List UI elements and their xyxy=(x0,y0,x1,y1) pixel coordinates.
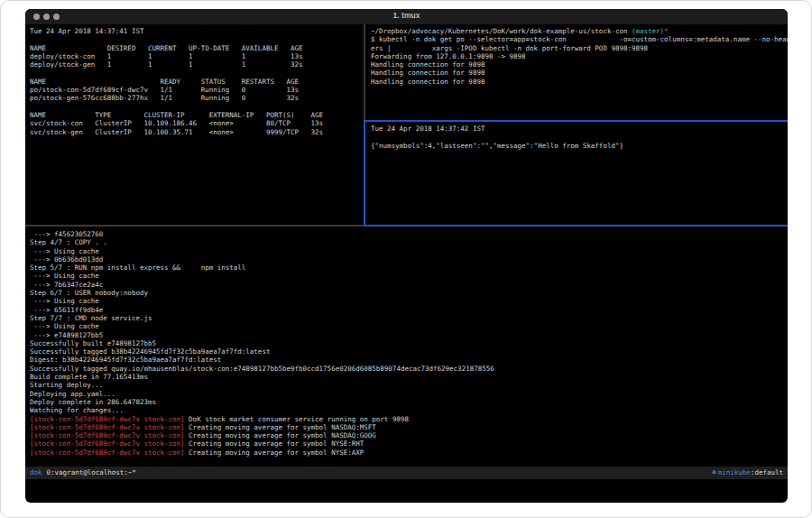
pane-divider-vertical-top[interactable] xyxy=(364,24,365,120)
kube-context-name: minikube xyxy=(718,467,751,479)
terminal-line: Handling connection for 9898 xyxy=(371,69,788,77)
terminal-line: NAME TYPE CLUSTER-IP EXTERNAL-IP PORT(S)… xyxy=(30,111,368,119)
terminal-line: Build complete in 77.165413ms xyxy=(30,373,788,381)
status-bar-right: ☸ minikube :default xyxy=(712,467,783,479)
terminal-line: [stock-con-5d7df689cf-dwc7v stock-con] C… xyxy=(30,431,788,439)
terminal-line: ---> Using cache xyxy=(30,322,788,330)
terminal-line: ~/Dropbox/advocacy/Kubernetes/DoK/work/d… xyxy=(371,27,788,35)
pane-skaffold-log[interactable]: ---> f45623052760Step 4/7 : COPY . . ---… xyxy=(25,227,788,469)
pane-divider-horizontal-right[interactable] xyxy=(365,120,788,122)
terminal-line: ---> e74898127bb5 xyxy=(30,331,788,339)
tmux-status-bar: dok 0:vagrant@localhost:~* ☸ minikube :d… xyxy=(25,467,788,479)
terminal-line: Handling connection for 9898 xyxy=(371,78,788,86)
window-title: 1. tmux xyxy=(25,11,788,20)
terminal-line: Step 7/7 : CMD node service.js xyxy=(30,314,788,322)
terminal-line: Starting deploy... xyxy=(30,381,788,389)
terminal-line: ---> Using cache xyxy=(30,247,788,255)
terminal-line xyxy=(371,133,788,141)
window-titlebar: 1. tmux xyxy=(25,9,788,24)
terminal-line: Successfully tagged quay.io/mhausenblas/… xyxy=(30,365,788,373)
terminal-line: Deploying app.yaml... xyxy=(30,390,788,398)
terminal-line: Step 5/7 : RUN npm install express && np… xyxy=(30,264,788,272)
terminal-line: ---> Using cache xyxy=(30,272,788,280)
terminal-line: NAME READY STATUS RESTARTS AGE xyxy=(30,78,368,86)
terminal-window: 1. tmux Tue 24 Apr 2018 14:37:41 ISTNAME… xyxy=(25,9,788,503)
terminal-line: ---> 0b636bd013dd xyxy=(30,255,788,264)
terminal-line xyxy=(30,103,368,111)
kube-context-icon: ☸ xyxy=(712,467,716,479)
terminal-line: po/stock-gen-576cc688bb-277hx 1/1 Runnin… xyxy=(30,94,368,102)
terminal-line: Tue 24 Apr 2018 14:37:42 IST xyxy=(371,125,788,133)
terminal-line: Handling connection for 9898 xyxy=(371,60,788,69)
status-bar-left: dok 0:vagrant@localhost:~* xyxy=(30,467,136,479)
terminal-line: svc/stock-con ClusterIP 10.109.186.46 <n… xyxy=(30,119,368,127)
pane-divider-vertical-active[interactable] xyxy=(364,120,365,227)
terminal-line: Successfully tagged b38b42246945fd7f32c5… xyxy=(30,347,788,356)
terminal-line: NAME DESIRED CURRENT UP-TO-DATE AVAILABL… xyxy=(30,44,368,52)
terminal-line: {"numsymbols":4,"lastseen":"","message":… xyxy=(371,142,788,150)
terminal-line: ---> f45623052760 xyxy=(30,230,788,238)
pane-port-forward[interactable]: ~/Dropbox/advocacy/Kubernetes/DoK/work/d… xyxy=(366,24,788,123)
terminal-line: ---> 65611ff9db4e xyxy=(30,306,788,314)
pane-divider-horizontal-left[interactable] xyxy=(25,225,364,227)
terminal-line: deploy/stock-gen 1 1 1 1 32s xyxy=(30,60,368,69)
terminal-line: Tue 24 Apr 2018 14:37:41 IST xyxy=(30,27,368,35)
kube-namespace: :default xyxy=(751,467,783,479)
terminal-line: ers | xargs -IPOD kubectl -n dok port-fo… xyxy=(371,44,788,52)
pane-kubectl-watch[interactable]: Tue 24 Apr 2018 14:37:41 ISTNAME DESIRED… xyxy=(25,24,368,227)
terminal-line: deploy/stock-con 1 1 1 1 13s xyxy=(30,52,368,60)
terminal-line: Forwarding from 127.0.0.1:9898 -> 9898 xyxy=(371,52,788,60)
terminal-line: po/stock-con-5d7df689cf-dwc7v 1/1 Runnin… xyxy=(30,86,368,94)
tmux-terminal: Tue 24 Apr 2018 14:37:41 ISTNAME DESIRED… xyxy=(25,24,788,503)
terminal-line: Watching for changes... xyxy=(30,406,788,414)
terminal-line: svc/stock-gen ClusterIP 10.100.35.71 <no… xyxy=(30,128,368,136)
pane-curl-output[interactable]: Tue 24 Apr 2018 14:37:42 IST{"numsymbols… xyxy=(366,122,788,227)
terminal-line: Deploy complete in 286.647823ms xyxy=(30,398,788,406)
terminal-line: Step 6/7 : USER nobody:nobody xyxy=(30,289,788,297)
terminal-line: ---> 7b6347ce2a4c xyxy=(30,281,788,289)
terminal-line: $ kubectl -n dok get po --selector=app=s… xyxy=(371,35,788,43)
terminal-line: ---> Using cache xyxy=(30,297,788,305)
terminal-line: [stock-con-5d7df689cf-dwc7v stock-con] C… xyxy=(30,449,788,457)
terminal-line: [stock-con-5d7df689cf-dwc7v stock-con] D… xyxy=(30,415,788,423)
screenshot-root: 1. tmux Tue 24 Apr 2018 14:37:41 ISTNAME… xyxy=(0,0,812,518)
tmux-window-tab[interactable]: 0:vagrant@localhost:~* xyxy=(47,467,136,479)
terminal-line xyxy=(30,35,368,43)
terminal-line xyxy=(30,69,368,77)
tmux-session-name[interactable]: dok xyxy=(30,467,42,479)
terminal-line: Successfully built e74898127bb5 xyxy=(30,339,788,347)
terminal-line: Step 4/7 : COPY . . xyxy=(30,238,788,246)
pane-divider-horizontal-active[interactable] xyxy=(364,225,788,227)
terminal-line: [stock-con-5d7df689cf-dwc7v stock-con] C… xyxy=(30,423,788,431)
terminal-line: [stock-con-5d7df689cf-dwc7v stock-con] C… xyxy=(30,439,788,448)
terminal-line: Digest: b38b42246945fd7f32c5ba9aea7af7fd… xyxy=(30,356,788,364)
